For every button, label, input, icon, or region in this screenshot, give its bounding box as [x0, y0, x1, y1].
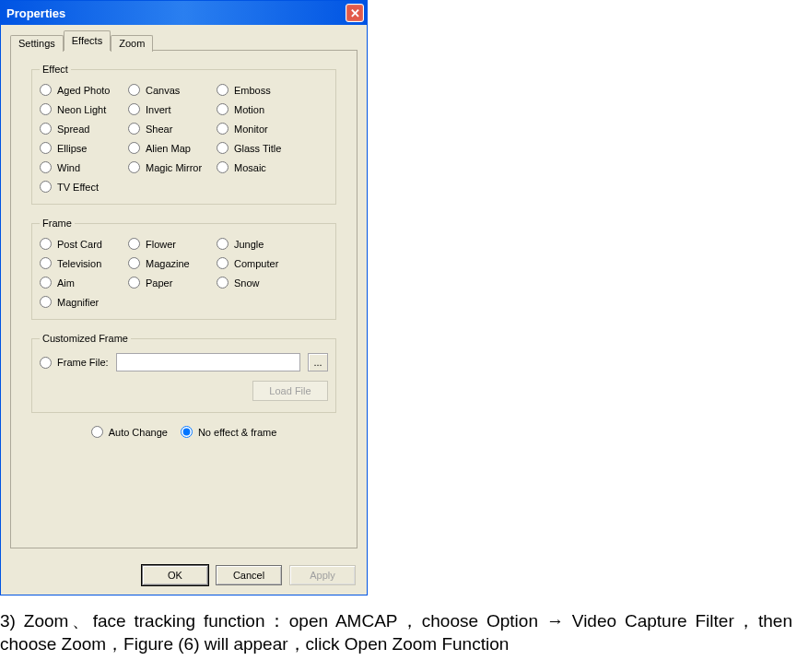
radio-input[interactable]	[217, 103, 229, 115]
frame-legend: Frame	[40, 218, 75, 229]
frame-file-row: Frame File: ...	[40, 353, 328, 371]
effect-option-motion[interactable]: Motion	[217, 103, 305, 115]
radio-input[interactable]	[181, 426, 193, 438]
radio-label: Spread	[57, 124, 89, 135]
frame-option-paper[interactable]: Paper	[128, 277, 217, 289]
radio-input[interactable]	[40, 161, 52, 173]
frame-option-magazine[interactable]: Magazine	[128, 257, 217, 269]
radio-label: Ellipse	[57, 143, 87, 154]
radio-label: TV Effect	[57, 182, 99, 193]
tab-zoom[interactable]: Zoom	[111, 35, 153, 52]
effect-option-invert[interactable]: Invert	[128, 103, 217, 115]
frame-option-computer[interactable]: Computer	[217, 257, 305, 269]
close-button[interactable]: ✕	[346, 4, 364, 22]
radio-input[interactable]	[128, 142, 140, 154]
titlebar[interactable]: Properties ✕	[1, 1, 367, 25]
radio-label: Invert	[146, 104, 171, 115]
effect-option-emboss[interactable]: Emboss	[217, 84, 305, 96]
radio-input[interactable]	[40, 257, 52, 269]
frame-option-snow[interactable]: Snow	[217, 277, 305, 289]
radio-input[interactable]	[40, 84, 52, 96]
dialog-buttons: OK Cancel Apply	[1, 558, 367, 595]
effect-option-tv-effect[interactable]: TV Effect	[40, 181, 128, 193]
cancel-button[interactable]: Cancel	[216, 565, 282, 585]
radio-input[interactable]	[128, 161, 140, 173]
radio-label: Mosaic	[234, 162, 266, 173]
effect-option-monitor[interactable]: Monitor	[217, 123, 305, 135]
load-file-button: Load File	[252, 381, 328, 401]
tab-label: Effects	[72, 35, 102, 46]
frame-option-aim[interactable]: Aim	[40, 277, 128, 289]
radio-label: Shear	[146, 124, 172, 135]
frame-group: Frame Post Card Flower Jungle Television…	[31, 218, 336, 320]
effect-option-alien-map[interactable]: Alien Map	[128, 142, 217, 154]
customized-frame-group: Customized Frame Frame File: ... Load Fi…	[31, 333, 336, 413]
radio-label: Flower	[146, 239, 176, 250]
radio-input[interactable]	[91, 426, 103, 438]
radio-input[interactable]	[217, 161, 229, 173]
mode-option-no-effect[interactable]: No effect & frame	[181, 426, 276, 438]
radio-input[interactable]	[217, 257, 229, 269]
radio-input[interactable]	[40, 142, 52, 154]
effect-option-wind[interactable]: Wind	[40, 161, 128, 173]
effect-option-neon-light[interactable]: Neon Light	[40, 103, 128, 115]
frame-option-television[interactable]: Television	[40, 257, 128, 269]
radio-input[interactable]	[40, 357, 52, 369]
radio-input[interactable]	[128, 257, 140, 269]
frame-file-input[interactable]	[116, 353, 300, 371]
radio-label: Snow	[234, 277, 260, 289]
browse-button[interactable]: ...	[308, 353, 328, 371]
effect-option-mosaic[interactable]: Mosaic	[217, 161, 305, 173]
apply-button: Apply	[289, 565, 356, 585]
radio-label: Emboss	[234, 85, 271, 96]
effect-option-aged-photo[interactable]: Aged Photo	[40, 84, 128, 96]
frame-option-jungle[interactable]: Jungle	[217, 238, 305, 250]
ok-button[interactable]: OK	[142, 565, 208, 585]
radio-input[interactable]	[217, 277, 229, 289]
close-icon: ✕	[350, 6, 360, 20]
tabs-row: Settings Effects Zoom	[10, 30, 357, 51]
frame-option-flower[interactable]: Flower	[128, 238, 217, 250]
radio-input[interactable]	[128, 277, 140, 289]
effect-option-magic-mirror[interactable]: Magic Mirror	[128, 161, 217, 173]
window-title: Properties	[6, 6, 65, 20]
radio-label: Aged Photo	[57, 85, 111, 96]
frame-option-magnifier[interactable]: Magnifier	[40, 296, 128, 308]
radio-input[interactable]	[128, 103, 140, 115]
radio-input[interactable]	[40, 103, 52, 115]
effect-option-ellipse[interactable]: Ellipse	[40, 142, 128, 154]
radio-label: Magic Mirror	[146, 162, 202, 173]
mode-option-auto-change[interactable]: Auto Change	[91, 426, 168, 438]
effect-option-canvas[interactable]: Canvas	[128, 84, 217, 96]
tab-settings[interactable]: Settings	[10, 35, 64, 52]
radio-input[interactable]	[217, 238, 229, 250]
tab-effects[interactable]: Effects	[64, 30, 111, 51]
radio-label: Motion	[234, 104, 264, 115]
radio-input[interactable]	[40, 123, 52, 135]
effect-option-glass-title[interactable]: Glass Title	[217, 142, 305, 154]
radio-input[interactable]	[40, 296, 52, 308]
effect-legend: Effect	[40, 64, 71, 75]
radio-label: Computer	[234, 258, 278, 269]
radio-input[interactable]	[40, 238, 52, 250]
radio-label: Neon Light	[57, 104, 106, 115]
frame-option-post-card[interactable]: Post Card	[40, 238, 128, 250]
tab-label: Settings	[18, 38, 55, 49]
radio-label: Canvas	[146, 85, 180, 96]
radio-input[interactable]	[217, 123, 229, 135]
radio-input[interactable]	[40, 277, 52, 289]
frame-file-option[interactable]: Frame File:	[40, 357, 109, 369]
radio-input[interactable]	[128, 123, 140, 135]
radio-input[interactable]	[217, 84, 229, 96]
radio-input[interactable]	[128, 238, 140, 250]
tab-label: Zoom	[119, 38, 145, 49]
radio-input[interactable]	[217, 142, 229, 154]
effect-option-spread[interactable]: Spread	[40, 123, 128, 135]
radio-label: Frame File:	[57, 357, 109, 368]
effect-option-shear[interactable]: Shear	[128, 123, 217, 135]
dialog-body: Settings Effects Zoom Effect Aged Photo …	[1, 25, 367, 558]
radio-label: Glass Title	[234, 143, 281, 154]
radio-input[interactable]	[40, 181, 52, 193]
document-paragraph: 3) Zoom、face tracking function：open AMCA…	[0, 605, 792, 655]
radio-input[interactable]	[128, 84, 140, 96]
